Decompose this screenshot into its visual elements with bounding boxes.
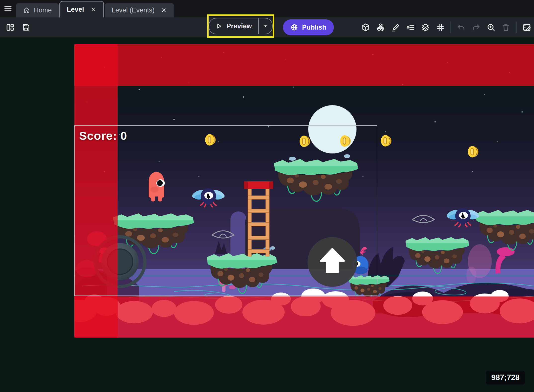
scene-properties-icon <box>522 23 532 32</box>
red-zone-left[interactable] <box>74 44 118 338</box>
toolbar-left-group <box>5 17 31 37</box>
zoom-in-button[interactable] <box>486 23 496 32</box>
editor-toolbar: Preview Publish <box>0 17 534 37</box>
preview-button[interactable]: Preview <box>209 18 258 34</box>
object-cube-icon <box>361 23 370 32</box>
hamburger-menu-icon <box>3 4 13 13</box>
preview-split-button: Preview <box>209 18 273 34</box>
instance-list-button[interactable] <box>406 23 415 32</box>
preview-label: Preview <box>226 22 252 30</box>
score-text-object[interactable]: Score: 0 <box>79 129 127 143</box>
grid-button[interactable] <box>436 23 445 32</box>
zoom-in-icon <box>487 23 495 32</box>
play-icon <box>215 22 222 30</box>
save-icon <box>22 23 31 32</box>
edit-pencil-button[interactable] <box>391 23 400 32</box>
tab-level[interactable]: Level <box>59 1 104 17</box>
jump-button-control[interactable] <box>308 237 357 287</box>
caret-down-icon <box>262 23 269 29</box>
scene-properties-button[interactable] <box>522 23 532 32</box>
preview-dropdown-button[interactable] <box>258 18 272 34</box>
close-icon[interactable] <box>90 6 96 13</box>
globe-icon <box>290 23 298 31</box>
delete-trash-icon <box>501 23 510 32</box>
red-zone-top[interactable] <box>74 44 534 86</box>
edit-pencil-icon <box>391 23 400 32</box>
moon-decoration[interactable] <box>308 105 356 153</box>
delete-trash-button[interactable] <box>501 23 511 32</box>
object-cube-button[interactable] <box>361 23 370 32</box>
layers-button[interactable] <box>421 23 430 32</box>
tab-level-events[interactable]: Level (Events) <box>105 3 174 17</box>
publish-button[interactable]: Publish <box>283 19 334 35</box>
toolbar-separator <box>450 22 451 33</box>
instances-cubes-button[interactable] <box>376 23 385 32</box>
layout-panels-button[interactable] <box>5 23 15 32</box>
instances-cubes-icon <box>376 23 385 32</box>
hamburger-menu-button[interactable] <box>0 0 16 17</box>
scene-editor-canvas[interactable] <box>0 37 534 392</box>
instance-list-icon <box>406 23 415 32</box>
tab-label: Level (Events) <box>112 6 155 14</box>
home-icon <box>23 6 30 14</box>
save-button[interactable] <box>21 23 31 32</box>
preview-highlight-box: Preview <box>207 14 274 38</box>
undo-icon <box>457 23 466 32</box>
game-editor-window: Home Level Level (Events) <box>0 0 534 392</box>
tab-home[interactable]: Home <box>16 3 59 17</box>
layout-panels-icon <box>6 23 15 32</box>
grid-icon <box>436 23 445 32</box>
tab-label: Home <box>34 6 52 14</box>
redo-button[interactable] <box>471 23 481 32</box>
close-icon[interactable] <box>161 7 167 13</box>
toolbar-right-group <box>361 17 532 37</box>
scene-canvas <box>0 37 534 392</box>
undo-button[interactable] <box>456 23 466 32</box>
tab-label: Level <box>67 6 84 13</box>
red-zone-bottom[interactable] <box>74 296 534 338</box>
publish-label: Publish <box>302 24 326 31</box>
toolbar-separator <box>516 22 517 33</box>
redo-icon <box>472 23 481 32</box>
cursor-coordinates-badge: 987;728 <box>486 371 525 385</box>
layers-icon <box>421 23 430 32</box>
